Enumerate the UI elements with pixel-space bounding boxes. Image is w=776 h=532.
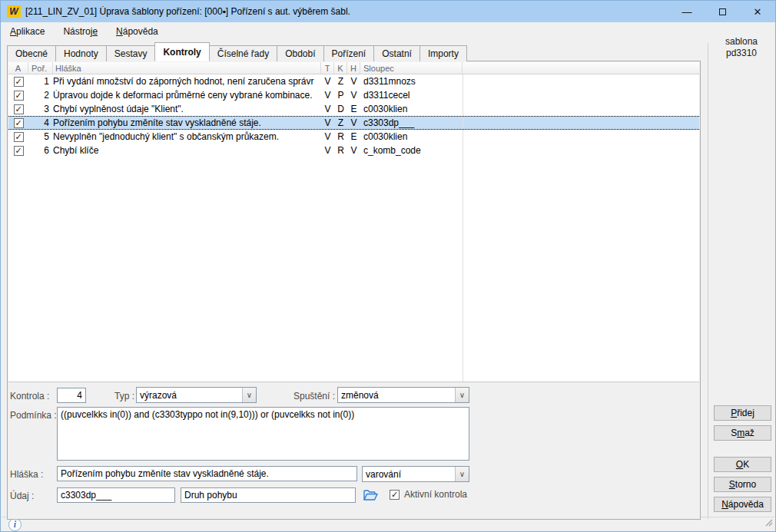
column-header-por[interactable]: Poř. bbox=[28, 62, 53, 74]
template-code: pd3310 bbox=[708, 48, 774, 59]
smaz-button[interactable]: Smaž bbox=[714, 425, 771, 441]
menu-aplikace[interactable]: Aplikace bbox=[4, 24, 51, 39]
tab-hodnoty[interactable]: Hodnoty bbox=[55, 45, 107, 61]
row-k-flag: D bbox=[334, 104, 347, 114]
table-row[interactable]: ✓ 5 Nevyplněn "jednoduchý klient" s obča… bbox=[8, 130, 699, 144]
close-button[interactable]: ✕ bbox=[740, 1, 775, 22]
table-row[interactable]: ✓ 3 Chybí vyplněnost údaje "Klient". V D… bbox=[8, 102, 699, 116]
row-t-flag: V bbox=[321, 145, 334, 156]
row-message: Při vydání množství do záporných hodnot,… bbox=[53, 76, 321, 87]
row-t-flag: V bbox=[321, 76, 334, 87]
row-h-flag: V bbox=[347, 90, 360, 101]
udaj-code-input[interactable] bbox=[57, 487, 175, 503]
udaj-label: Údaj : bbox=[10, 491, 34, 501]
tab-obecne[interactable]: Obecné bbox=[7, 45, 56, 61]
row-active-checkbox[interactable]: ✓ bbox=[14, 118, 24, 128]
row-h-flag: V bbox=[347, 145, 360, 156]
pridej-button[interactable]: Přidej bbox=[714, 405, 771, 421]
podminka-textarea[interactable]: ((puvcelkks in(0)) and (c3303typpo not i… bbox=[57, 407, 469, 461]
row-message: Chybí klíče bbox=[53, 145, 321, 156]
window-title: [211_LIN_ZV_01] Úprava šablony pořízení:… bbox=[25, 6, 350, 17]
spusteni-label: Spuštění : bbox=[293, 391, 335, 401]
row-column-name: c0030klien bbox=[360, 131, 463, 142]
row-active-checkbox[interactable]: ✓ bbox=[14, 91, 24, 101]
open-folder-icon[interactable] bbox=[363, 487, 379, 503]
column-header-sloupec[interactable]: Sloupec bbox=[360, 62, 463, 74]
row-column-name: c0030klien bbox=[360, 104, 463, 114]
minimize-button[interactable]: — bbox=[669, 1, 705, 22]
info-icon[interactable]: i bbox=[8, 518, 22, 531]
application-window: W [211_LIN_ZV_01] Úprava šablony pořízen… bbox=[0, 0, 776, 532]
row-h-flag: V bbox=[347, 76, 360, 87]
column-header-empty bbox=[463, 62, 699, 74]
row-h-flag: E bbox=[347, 104, 360, 114]
kontrola-number-input[interactable] bbox=[57, 388, 86, 403]
row-message: Úpravou dojde k deformaci průměrné ceny … bbox=[53, 90, 321, 101]
chevron-down-icon[interactable]: ∨ bbox=[242, 388, 256, 402]
table-row[interactable]: ✓ 2 Úpravou dojde k deformaci průměrné c… bbox=[8, 88, 699, 102]
column-header-hlaska[interactable]: Hláška bbox=[53, 62, 321, 74]
table-header-row: A Poř. Hláška T K H Sloupec bbox=[8, 62, 699, 74]
chevron-down-icon[interactable]: ∨ bbox=[455, 467, 469, 481]
table-row[interactable]: ✓ 6 Chybí klíče V R V c_komb_code bbox=[8, 144, 699, 157]
chevron-down-icon[interactable]: ∨ bbox=[455, 388, 469, 402]
typ-label: Typ : bbox=[114, 391, 134, 401]
tab-kontroly[interactable]: Kontroly bbox=[154, 42, 209, 61]
row-k-flag: Z bbox=[334, 76, 347, 87]
column-header-t[interactable]: T bbox=[321, 62, 334, 74]
tab-strip: Obecné Hodnoty Sestavy Kontroly Číselné … bbox=[7, 42, 466, 61]
minimize-icon: — bbox=[682, 6, 692, 18]
napoveda-button[interactable]: Nápověda bbox=[714, 497, 771, 512]
ok-button[interactable]: OK bbox=[714, 457, 771, 472]
tab-ciselne-rady[interactable]: Číselné řady bbox=[209, 45, 277, 61]
row-k-flag: R bbox=[334, 131, 347, 142]
row-active-checkbox[interactable]: ✓ bbox=[14, 146, 24, 156]
title-bar: W [211_LIN_ZV_01] Úprava šablony pořízen… bbox=[1, 1, 775, 22]
column-header-h[interactable]: H bbox=[347, 62, 360, 74]
row-column-name: c_komb_code bbox=[360, 145, 463, 156]
row-h-flag: E bbox=[347, 131, 360, 142]
tab-obdobi[interactable]: Období bbox=[277, 45, 323, 61]
row-k-flag: Z bbox=[334, 117, 347, 128]
row-t-flag: V bbox=[321, 104, 334, 114]
row-message: Nevyplněn "jednoduchý klient" s občanský… bbox=[53, 131, 321, 142]
menu-napoveda[interactable]: Nápověda bbox=[110, 24, 164, 39]
app-logo-icon: W bbox=[7, 5, 21, 18]
row-active-checkbox[interactable]: ✓ bbox=[14, 77, 24, 87]
row-number: 6 bbox=[28, 145, 53, 156]
template-name: sablona bbox=[708, 36, 774, 48]
row-number: 1 bbox=[28, 76, 53, 87]
kontrola-label: Kontrola : bbox=[10, 391, 49, 401]
row-number: 2 bbox=[28, 90, 53, 101]
table-row-selected[interactable]: ✓ 4 Pořízením pohybu změníte stav vyskla… bbox=[8, 116, 699, 130]
tab-sestavy[interactable]: Sestavy bbox=[106, 45, 156, 61]
row-t-flag: V bbox=[321, 90, 334, 101]
row-number: 4 bbox=[28, 117, 53, 128]
menu-nastroje[interactable]: Nástroje bbox=[57, 24, 104, 39]
menu-bar: Aplikace Nástroje Nápověda bbox=[1, 22, 775, 40]
row-h-flag: V bbox=[347, 117, 360, 128]
tab-porizeni[interactable]: Pořízení bbox=[323, 45, 375, 61]
aktivni-kontrola-label: Aktivní kontrola bbox=[404, 489, 467, 500]
row-t-flag: V bbox=[321, 131, 334, 142]
row-number: 5 bbox=[28, 131, 53, 142]
resize-grip[interactable] bbox=[765, 518, 773, 529]
tab-ostatni[interactable]: Ostatní bbox=[373, 45, 420, 61]
udaj-desc-input[interactable] bbox=[181, 487, 356, 503]
row-active-checkbox[interactable]: ✓ bbox=[14, 104, 24, 114]
storno-button[interactable]: Storno bbox=[714, 477, 771, 492]
maximize-button[interactable] bbox=[705, 1, 740, 22]
aktivni-kontrola-checkbox[interactable]: ✓ bbox=[390, 490, 400, 500]
table-row[interactable]: ✓ 1 Při vydání množství do záporných hod… bbox=[8, 74, 699, 88]
hlaska-text-input[interactable] bbox=[57, 466, 357, 481]
severity-select[interactable]: varování ∨ bbox=[362, 466, 469, 482]
podminka-label: Podmínka : bbox=[10, 410, 57, 421]
hlaska-label: Hláška : bbox=[10, 469, 43, 480]
row-active-checkbox[interactable]: ✓ bbox=[14, 132, 24, 142]
column-header-k[interactable]: K bbox=[334, 62, 347, 74]
tab-importy[interactable]: Importy bbox=[420, 45, 467, 61]
typ-select[interactable]: výrazová ∨ bbox=[136, 387, 257, 403]
column-header-a[interactable]: A bbox=[8, 62, 28, 74]
row-t-flag: V bbox=[321, 117, 334, 128]
spusteni-select[interactable]: změnová ∨ bbox=[337, 387, 469, 403]
